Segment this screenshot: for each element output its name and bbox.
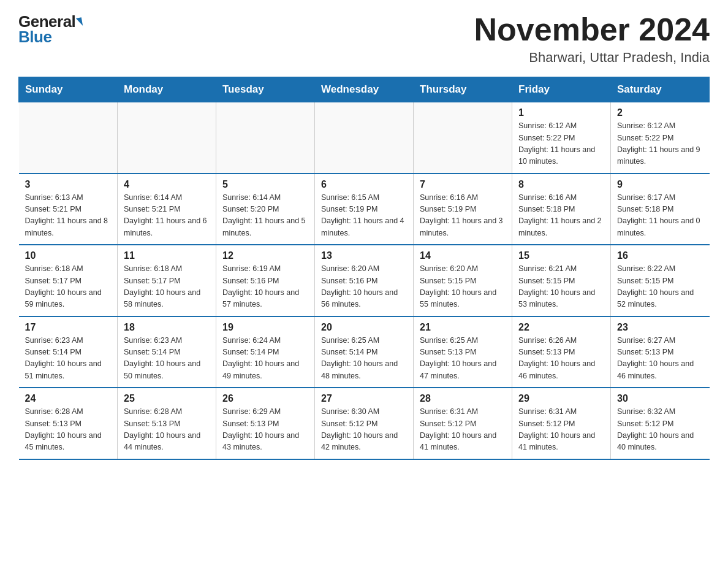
day-info: Sunrise: 6:25 AM Sunset: 5:13 PM Dayligh…: [420, 336, 496, 380]
calendar-cell: 27Sunrise: 6:30 AM Sunset: 5:12 PM Dayli…: [315, 388, 414, 459]
calendar-cell: 15Sunrise: 6:21 AM Sunset: 5:15 PM Dayli…: [512, 245, 611, 316]
calendar-cell: 29Sunrise: 6:31 AM Sunset: 5:12 PM Dayli…: [512, 388, 611, 459]
day-info: Sunrise: 6:17 AM Sunset: 5:18 PM Dayligh…: [617, 193, 700, 237]
calendar-cell: 20Sunrise: 6:25 AM Sunset: 5:14 PM Dayli…: [315, 316, 414, 388]
calendar-cell: 1Sunrise: 6:12 AM Sunset: 5:22 PM Daylig…: [512, 102, 611, 174]
calendar-cell: 10Sunrise: 6:18 AM Sunset: 5:17 PM Dayli…: [19, 245, 118, 316]
weekday-header-thursday: Thursday: [414, 77, 512, 102]
day-number: 1: [518, 107, 604, 118]
day-info: Sunrise: 6:20 AM Sunset: 5:16 PM Dayligh…: [321, 264, 398, 308]
calendar-cell: 17Sunrise: 6:23 AM Sunset: 5:14 PM Dayli…: [19, 316, 118, 388]
day-info: Sunrise: 6:13 AM Sunset: 5:21 PM Dayligh…: [25, 193, 108, 237]
day-info: Sunrise: 6:22 AM Sunset: 5:15 PM Dayligh…: [617, 264, 694, 308]
day-info: Sunrise: 6:21 AM Sunset: 5:15 PM Dayligh…: [518, 264, 595, 308]
day-info: Sunrise: 6:24 AM Sunset: 5:14 PM Dayligh…: [222, 336, 299, 380]
calendar-row: 24Sunrise: 6:28 AM Sunset: 5:13 PM Dayli…: [19, 388, 710, 459]
day-number: 9: [617, 179, 703, 190]
month-title: November 2024: [474, 12, 710, 47]
day-number: 2: [617, 107, 703, 118]
day-number: 21: [420, 322, 506, 333]
weekday-header-sunday: Sunday: [19, 77, 118, 102]
calendar-cell: 24Sunrise: 6:28 AM Sunset: 5:13 PM Dayli…: [19, 388, 118, 459]
weekday-header-tuesday: Tuesday: [216, 77, 315, 102]
weekday-header-friday: Friday: [512, 77, 611, 102]
day-number: 18: [124, 322, 210, 333]
weekday-header-row: SundayMondayTuesdayWednesdayThursdayFrid…: [19, 77, 710, 102]
day-info: Sunrise: 6:28 AM Sunset: 5:13 PM Dayligh…: [124, 407, 200, 451]
calendar-cell: 5Sunrise: 6:14 AM Sunset: 5:20 PM Daylig…: [216, 174, 315, 245]
calendar-cell: 12Sunrise: 6:19 AM Sunset: 5:16 PM Dayli…: [216, 245, 315, 316]
calendar-cell: 16Sunrise: 6:22 AM Sunset: 5:15 PM Dayli…: [611, 245, 710, 316]
day-number: 22: [518, 322, 604, 333]
day-info: Sunrise: 6:12 AM Sunset: 5:22 PM Dayligh…: [617, 121, 700, 166]
day-number: 11: [124, 250, 210, 261]
day-number: 13: [321, 250, 407, 261]
day-number: 12: [222, 250, 308, 261]
day-number: 29: [518, 393, 604, 404]
calendar-table: SundayMondayTuesdayWednesdayThursdayFrid…: [18, 77, 710, 460]
calendar-cell: 14Sunrise: 6:20 AM Sunset: 5:15 PM Dayli…: [414, 245, 512, 316]
title-section: November 2024 Bharwari, Uttar Pradesh, I…: [474, 12, 710, 66]
calendar-cell: 22Sunrise: 6:26 AM Sunset: 5:13 PM Dayli…: [512, 316, 611, 388]
calendar-cell: 6Sunrise: 6:15 AM Sunset: 5:19 PM Daylig…: [315, 174, 414, 245]
calendar-cell: 28Sunrise: 6:31 AM Sunset: 5:12 PM Dayli…: [414, 388, 512, 459]
calendar-cell: 21Sunrise: 6:25 AM Sunset: 5:13 PM Dayli…: [414, 316, 512, 388]
logo: General Blue: [18, 12, 82, 47]
calendar-row: 10Sunrise: 6:18 AM Sunset: 5:17 PM Dayli…: [19, 245, 710, 316]
calendar-header: SundayMondayTuesdayWednesdayThursdayFrid…: [19, 77, 710, 102]
day-number: 30: [617, 393, 703, 404]
day-info: Sunrise: 6:16 AM Sunset: 5:18 PM Dayligh…: [518, 193, 602, 237]
day-info: Sunrise: 6:23 AM Sunset: 5:14 PM Dayligh…: [124, 336, 200, 380]
day-number: 8: [518, 179, 604, 190]
calendar-cell: 13Sunrise: 6:20 AM Sunset: 5:16 PM Dayli…: [315, 245, 414, 316]
day-info: Sunrise: 6:30 AM Sunset: 5:12 PM Dayligh…: [321, 407, 398, 451]
calendar-cell: [315, 102, 414, 174]
day-number: 10: [25, 250, 112, 261]
day-number: 14: [420, 250, 506, 261]
day-info: Sunrise: 6:25 AM Sunset: 5:14 PM Dayligh…: [321, 336, 398, 380]
calendar-cell: 9Sunrise: 6:17 AM Sunset: 5:18 PM Daylig…: [611, 174, 710, 245]
day-number: 27: [321, 393, 407, 404]
page-header: General Blue November 2024 Bharwari, Utt…: [18, 12, 710, 66]
day-info: Sunrise: 6:19 AM Sunset: 5:16 PM Dayligh…: [222, 264, 299, 308]
day-number: 17: [25, 322, 112, 333]
calendar-row: 1Sunrise: 6:12 AM Sunset: 5:22 PM Daylig…: [19, 102, 710, 174]
day-info: Sunrise: 6:20 AM Sunset: 5:15 PM Dayligh…: [420, 264, 496, 308]
day-info: Sunrise: 6:16 AM Sunset: 5:19 PM Dayligh…: [420, 193, 503, 237]
logo-blue-text: Blue: [18, 28, 51, 47]
calendar-cell: 18Sunrise: 6:23 AM Sunset: 5:14 PM Dayli…: [118, 316, 216, 388]
weekday-header-monday: Monday: [118, 77, 216, 102]
day-number: 3: [25, 179, 112, 190]
calendar-cell: 4Sunrise: 6:14 AM Sunset: 5:21 PM Daylig…: [118, 174, 216, 245]
day-info: Sunrise: 6:18 AM Sunset: 5:17 PM Dayligh…: [124, 264, 200, 308]
day-info: Sunrise: 6:14 AM Sunset: 5:20 PM Dayligh…: [222, 193, 306, 237]
day-info: Sunrise: 6:29 AM Sunset: 5:13 PM Dayligh…: [222, 407, 299, 451]
day-number: 19: [222, 322, 308, 333]
day-number: 4: [124, 179, 210, 190]
calendar-cell: 8Sunrise: 6:16 AM Sunset: 5:18 PM Daylig…: [512, 174, 611, 245]
calendar-cell: [19, 102, 118, 174]
day-number: 6: [321, 179, 407, 190]
calendar-cell: [216, 102, 315, 174]
day-info: Sunrise: 6:26 AM Sunset: 5:13 PM Dayligh…: [518, 336, 595, 380]
calendar-cell: [414, 102, 512, 174]
day-info: Sunrise: 6:15 AM Sunset: 5:19 PM Dayligh…: [321, 193, 404, 237]
day-number: 23: [617, 322, 703, 333]
calendar-cell: 3Sunrise: 6:13 AM Sunset: 5:21 PM Daylig…: [19, 174, 118, 245]
day-info: Sunrise: 6:18 AM Sunset: 5:17 PM Dayligh…: [25, 264, 102, 308]
weekday-header-wednesday: Wednesday: [315, 77, 414, 102]
day-info: Sunrise: 6:31 AM Sunset: 5:12 PM Dayligh…: [518, 407, 595, 451]
day-number: 25: [124, 393, 210, 404]
day-number: 15: [518, 250, 604, 261]
day-info: Sunrise: 6:31 AM Sunset: 5:12 PM Dayligh…: [420, 407, 496, 451]
day-number: 16: [617, 250, 703, 261]
weekday-header-saturday: Saturday: [611, 77, 710, 102]
calendar-cell: 23Sunrise: 6:27 AM Sunset: 5:13 PM Dayli…: [611, 316, 710, 388]
day-number: 7: [420, 179, 506, 190]
day-info: Sunrise: 6:12 AM Sunset: 5:22 PM Dayligh…: [518, 121, 595, 166]
day-info: Sunrise: 6:27 AM Sunset: 5:13 PM Dayligh…: [617, 336, 694, 380]
day-number: 28: [420, 393, 506, 404]
calendar-row: 3Sunrise: 6:13 AM Sunset: 5:21 PM Daylig…: [19, 174, 710, 245]
day-info: Sunrise: 6:14 AM Sunset: 5:21 PM Dayligh…: [124, 193, 207, 237]
location-title: Bharwari, Uttar Pradesh, India: [474, 50, 710, 66]
